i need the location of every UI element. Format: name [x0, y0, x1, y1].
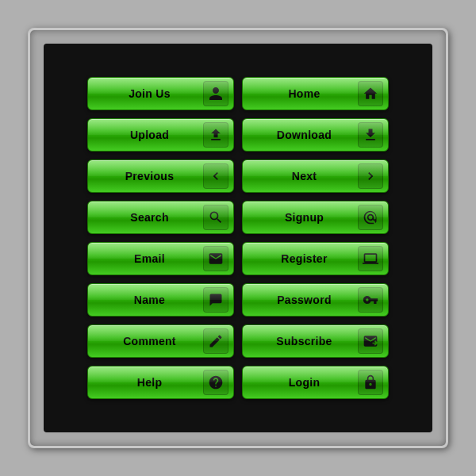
btn-previous[interactable]: Previous — [87, 159, 234, 193]
button-grid: Join Us Home Upload Download Previous Ne… — [71, 61, 405, 415]
btn-login[interactable]: Login — [242, 366, 389, 399]
outer-frame: Join Us Home Upload Download Previous Ne… — [28, 28, 448, 448]
btn-label: Next — [251, 170, 358, 182]
search-icon — [203, 205, 228, 230]
btn-label: Signup — [251, 211, 358, 224]
inner-panel: Join Us Home Upload Download Previous Ne… — [44, 44, 432, 432]
upload-icon — [203, 122, 228, 148]
btn-search[interactable]: Search — [87, 201, 234, 234]
email-icon — [203, 246, 228, 271]
btn-label: Home — [251, 87, 358, 100]
btn-label: Register — [251, 252, 358, 265]
btn-label: Help — [96, 376, 203, 389]
btn-help[interactable]: Help — [87, 366, 234, 399]
btn-label: Download — [251, 129, 358, 141]
btn-label: Password — [251, 294, 358, 306]
document-edit-icon — [203, 328, 228, 354]
btn-home[interactable]: Home — [242, 77, 389, 110]
btn-signup[interactable]: Signup — [242, 201, 389, 234]
comment-icon — [203, 287, 228, 313]
chevron-left-icon — [203, 163, 228, 189]
question-icon — [203, 370, 228, 395]
btn-join-us[interactable]: Join Us — [87, 77, 234, 110]
btn-label: Upload — [96, 129, 203, 141]
laptop-icon — [358, 246, 383, 271]
btn-comment[interactable]: Comment — [87, 324, 234, 358]
btn-label: Search — [96, 211, 203, 224]
at-icon — [358, 205, 383, 230]
btn-upload[interactable]: Upload — [87, 118, 234, 152]
btn-label: Previous — [96, 170, 203, 182]
btn-download[interactable]: Download — [242, 118, 389, 152]
subscribe-icon — [358, 328, 383, 354]
btn-label: Email — [96, 252, 203, 265]
btn-label: Login — [251, 376, 358, 389]
key-icon — [358, 287, 383, 313]
download-icon — [358, 122, 383, 148]
btn-label: Name — [96, 294, 203, 306]
btn-password[interactable]: Password — [242, 283, 389, 317]
btn-label: Join Us — [96, 87, 203, 100]
person-icon — [203, 81, 228, 106]
btn-label: Comment — [96, 335, 203, 347]
btn-subscribe[interactable]: Subscribe — [242, 324, 389, 358]
chevron-right-icon — [358, 163, 383, 189]
btn-email[interactable]: Email — [87, 242, 234, 275]
btn-name[interactable]: Name — [87, 283, 234, 317]
lock-icon — [358, 370, 383, 395]
btn-register[interactable]: Register — [242, 242, 389, 275]
btn-next[interactable]: Next — [242, 159, 389, 193]
home-icon — [358, 81, 383, 106]
btn-label: Subscribe — [251, 335, 358, 347]
